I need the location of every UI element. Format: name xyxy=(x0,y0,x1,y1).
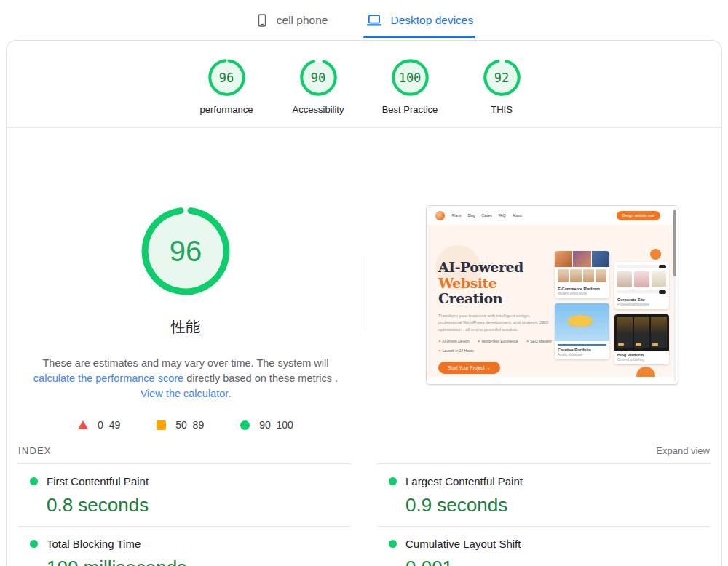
tab-mobile[interactable]: cell phone xyxy=(253,12,331,38)
score-disclaimer: These are estimates and may vary over ti… xyxy=(24,356,347,402)
feature-item: Launch in 24 Hours xyxy=(438,348,474,353)
thumbnail-feature-list: AI Driven Design WordPress Excellence SE… xyxy=(438,339,562,353)
legend-pass: 90–100 xyxy=(240,419,293,431)
legend-fail-label: 0–49 xyxy=(98,419,120,431)
category-scores-row: 96 performance 90 Accessibility 100 Best… xyxy=(7,41,721,128)
metric-total-blocking-time: Total Blocking Time 100 milliseconds xyxy=(18,526,351,566)
thumbnail-nav-item: FAQ xyxy=(499,213,506,218)
metric-first-contentful-paint: First Contentful Paint 0.8 seconds xyxy=(18,463,351,526)
metric-label: Cumulative Layout Shift xyxy=(405,538,521,550)
thumbnail-nav-item: Blog xyxy=(468,213,475,218)
metric-value: 0.001 xyxy=(405,557,710,566)
metric-value: 0.8 seconds xyxy=(47,494,351,517)
summary-columns: 96 性能 These are estimates and may vary o… xyxy=(7,128,721,434)
thumbnail-nav-cta: Design website now xyxy=(617,211,660,220)
thumbnail-hero-cta: Start Your Project → xyxy=(438,362,500,374)
showcase-card-blog: Blog Platform Content publishing xyxy=(614,314,669,364)
showcase-image xyxy=(555,251,609,284)
performance-section-title: 性能 xyxy=(171,317,200,337)
showcase-title: Blog Platform xyxy=(614,351,669,358)
report-card: 96 performance 90 Accessibility 100 Best… xyxy=(6,40,722,566)
showcase-column-left: E-Commerce Platform Modern online store … xyxy=(555,251,609,364)
column-divider xyxy=(365,256,365,330)
metric-label: Total Blocking Time xyxy=(47,538,141,550)
showcase-subtitle: Modern online store xyxy=(555,292,609,295)
score-value: 90 xyxy=(299,58,338,97)
hero-title-line1: AI-Powered xyxy=(438,259,523,275)
score-value: 100 xyxy=(391,58,430,97)
tab-mobile-label: cell phone xyxy=(277,14,328,27)
metrics-index-label: INDEX xyxy=(18,445,52,456)
score-value: 96 xyxy=(207,58,246,97)
score-performance[interactable]: 96 performance xyxy=(203,58,250,115)
feature-item: SEO Mastery xyxy=(526,339,552,343)
showcase-card-portfolio: Creative Portfolio Artistic showcase xyxy=(555,303,609,359)
showcase-card-corporate: Corporate Site Professional business xyxy=(614,262,669,309)
thumbnail-hero-description: Transform your business with intelligent… xyxy=(438,313,549,333)
legend-average-label: 50–89 xyxy=(175,419,204,431)
score-gauge: 90 xyxy=(299,58,338,97)
thumbnail-nav-items: Plans Blog Cases FAQ About xyxy=(452,213,522,218)
score-best-practice[interactable]: 100 Best Practice xyxy=(387,58,433,115)
metrics-grid: First Contentful Paint 0.8 seconds Large… xyxy=(18,463,710,566)
score-gauge: 96 xyxy=(207,58,246,97)
thumbnail-nav-item: Cases xyxy=(482,213,492,218)
page-screenshot-thumbnail[interactable]: Plans Blog Cases FAQ About Design websit… xyxy=(426,205,678,385)
legend-pass-label: 90–100 xyxy=(259,419,293,431)
hero-title-rest: Creation xyxy=(438,290,502,306)
metric-label: Largest Contentful Paint xyxy=(405,475,523,487)
disclaimer-text: directly based on these metrics . xyxy=(183,372,338,384)
metric-value: 0.9 seconds xyxy=(405,494,710,517)
expand-view-button[interactable]: Expand view xyxy=(656,445,710,456)
showcase-image xyxy=(614,314,669,351)
score-label: Best Practice xyxy=(382,104,438,115)
pass-dot-icon xyxy=(30,477,38,485)
performance-summary: 96 性能 These are estimates and may vary o… xyxy=(7,128,365,434)
showcase-subtitle: Content publishing xyxy=(614,358,669,362)
metrics-header: INDEX Expand view xyxy=(7,445,721,456)
tab-desktop-label: Desktop devices xyxy=(390,14,473,27)
showcase-column-right: Corporate Site Professional business Blo… xyxy=(614,251,669,364)
showcase-card-ecommerce: E-Commerce Platform Modern online store xyxy=(555,251,609,298)
laptop-icon xyxy=(365,12,383,28)
showcase-image xyxy=(614,262,669,295)
thumbnail-site-logo xyxy=(435,211,445,220)
score-label: THIS xyxy=(491,104,513,115)
showcase-subtitle: Professional business xyxy=(614,303,669,306)
view-calculator-link[interactable]: View the calculator. xyxy=(141,388,232,399)
fail-triangle-icon xyxy=(78,420,88,429)
thumbnail-nav-item: About xyxy=(513,213,522,218)
showcase-title: Corporate Site xyxy=(614,295,669,303)
device-tabbar: cell phone Desktop devices xyxy=(0,0,728,38)
thumbnail-hero: AI-PoweredWebsite Creation Transform you… xyxy=(427,225,673,377)
feature-item: AI Driven Design xyxy=(438,339,470,343)
thumbnail-site-nav: Plans Blog Cases FAQ About Design websit… xyxy=(427,206,678,225)
score-legend: 0–49 50–89 90–100 xyxy=(78,419,293,431)
calculate-score-link[interactable]: calculate the performance score xyxy=(33,372,183,384)
metric-value: 100 milliseconds xyxy=(47,557,351,566)
pass-circle-icon xyxy=(240,420,250,430)
screenshot-column: Plans Blog Cases FAQ About Design websit… xyxy=(365,128,721,434)
score-seo[interactable]: 92 THIS xyxy=(478,58,525,115)
metric-cumulative-layout-shift: Cumulative Layout Shift 0.001 xyxy=(377,526,710,566)
performance-main-gauge: 96 xyxy=(141,207,230,295)
thumbnail-hero-title: AI-PoweredWebsite Creation xyxy=(438,260,552,307)
pass-dot-icon xyxy=(389,540,397,548)
score-label: performance xyxy=(200,104,253,115)
decor-circle-orange-bottom xyxy=(636,367,655,377)
showcase-subtitle: Artistic showcase xyxy=(555,353,609,356)
pass-dot-icon xyxy=(389,477,397,485)
tab-desktop[interactable]: Desktop devices xyxy=(363,12,475,38)
legend-average: 50–89 xyxy=(157,419,204,431)
thumbnail-showcase-cards: E-Commerce Platform Modern online store … xyxy=(555,251,669,364)
disclaimer-text: These are estimates and may vary over ti… xyxy=(43,357,329,369)
thumbnail-nav-item: Plans xyxy=(452,213,462,218)
pass-dot-icon xyxy=(30,540,38,548)
thumbnail-hero-copy: AI-PoweredWebsite Creation Transform you… xyxy=(438,260,552,374)
score-accessibility[interactable]: 90 Accessibility xyxy=(295,58,341,115)
showcase-title: Creative Portfolio xyxy=(555,346,609,353)
thumbnail-scrollbar-thumb xyxy=(673,210,676,276)
phone-icon xyxy=(255,12,269,28)
score-value: 92 xyxy=(483,58,521,97)
showcase-title: E-Commerce Platform xyxy=(555,284,609,292)
